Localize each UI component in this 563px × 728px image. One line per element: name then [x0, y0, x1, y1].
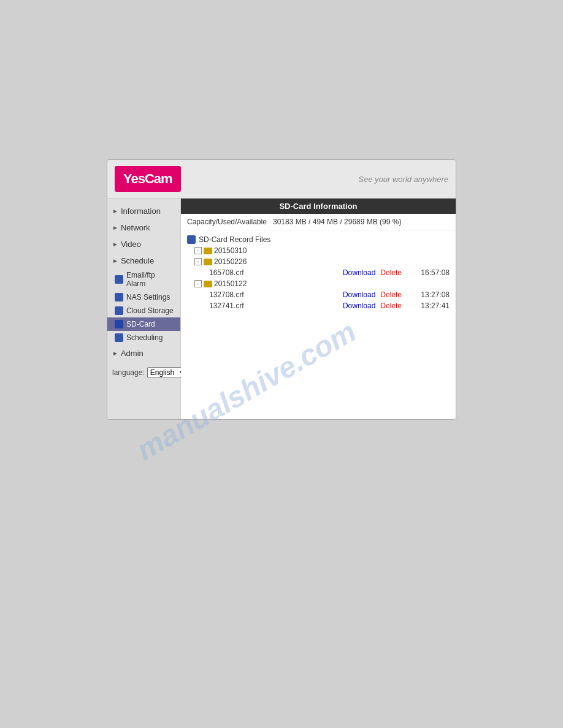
toggle-20150310[interactable]: -: [194, 247, 202, 254]
folder-label-20150226: 20150226: [214, 257, 247, 266]
icon-email-ftp: [115, 275, 123, 284]
toggle-20150122[interactable]: -: [194, 280, 202, 287]
sd-record-icon: [187, 235, 196, 244]
file-row-132741: 132741.crf Download Delete 13:27:41: [187, 300, 450, 311]
sidebar-section-schedule: ► Schedule Email/ftp Alarm NAS Settings: [107, 253, 180, 344]
sidebar-section-network: ► Network: [107, 220, 180, 235]
time-165708: 16:57:08: [407, 268, 450, 277]
sidebar-sub-scheduling[interactable]: Scheduling: [107, 331, 180, 344]
page-title: SD-Card Information: [181, 199, 456, 214]
arrow-icon-video: ►: [112, 241, 118, 248]
delete-132708[interactable]: Delete: [380, 290, 402, 299]
capacity-value: 30183 MB / 494 MB / 29689 MB (99 %): [273, 218, 401, 226]
sidebar-label-information: Information: [121, 207, 161, 216]
time-132708: 13:27:08: [407, 290, 450, 299]
download-132741[interactable]: Download: [343, 301, 375, 310]
icon-nas: [115, 293, 123, 301]
folder-icon-20150226: [204, 259, 212, 265]
sidebar-item-admin[interactable]: ► Admin: [107, 346, 180, 361]
arrow-icon-schedule: ►: [112, 257, 118, 264]
sidebar-sub-label-cloud: Cloud Storage: [126, 306, 174, 315]
sidebar-item-information[interactable]: ► Information: [107, 203, 180, 219]
language-row: language: English Chinese German French …: [107, 362, 180, 383]
folder-20150310: - 20150310: [187, 245, 450, 256]
arrow-icon-information: ►: [112, 208, 118, 214]
logo: YesCam: [115, 166, 181, 192]
file-row-165708: 165708.crf Download Delete 16:57:08: [187, 267, 450, 278]
sidebar-item-network[interactable]: ► Network: [107, 220, 180, 235]
sidebar-section-admin: ► Admin: [107, 346, 180, 361]
file-row-132708: 132708.crf Download Delete 13:27:08: [187, 289, 450, 300]
file-name-132708: 132708.crf: [209, 290, 270, 299]
icon-cloud: [115, 306, 123, 315]
sidebar-sub-label-nas: NAS Settings: [126, 293, 170, 301]
header-slogan: See your world anywhere: [358, 175, 448, 184]
file-tree: SD-Card Record Files - 20150310 -: [181, 230, 456, 315]
sidebar-section-video: ► Video: [107, 237, 180, 252]
file-actions-165708: Download Delete 16:57:08: [343, 268, 450, 277]
sidebar-label-video: Video: [121, 240, 141, 249]
arrow-icon-admin: ►: [112, 350, 118, 357]
sidebar-label-admin: Admin: [121, 349, 144, 358]
time-132741: 13:27:41: [407, 301, 450, 310]
sd-record-files-title: SD-Card Record Files: [187, 234, 450, 245]
sidebar-sub-email-ftp-alarm[interactable]: Email/ftp Alarm: [107, 268, 180, 290]
download-132708[interactable]: Download: [343, 290, 375, 299]
folder-icon-20150310: [204, 248, 212, 254]
sidebar-sub-label-sdcard: SD-Card: [126, 320, 155, 328]
logo-cam: Cam: [145, 171, 172, 186]
sd-record-files-label: SD-Card Record Files: [199, 235, 270, 244]
file-actions-132708: Download Delete 13:27:08: [343, 290, 450, 299]
sidebar-sub-label-email: Email/ftp Alarm: [126, 271, 175, 288]
delete-165708[interactable]: Delete: [380, 268, 402, 277]
sidebar-label-schedule: Schedule: [121, 256, 154, 265]
file-actions-132741: Download Delete 13:27:41: [343, 301, 450, 310]
sidebar-section-information: ► Information: [107, 203, 180, 219]
download-165708[interactable]: Download: [343, 268, 375, 277]
content-area: SD-Card Information Capacity/Used/Availa…: [181, 199, 456, 419]
folder-icon-20150122: [204, 281, 212, 287]
sidebar-sub-label-scheduling: Scheduling: [126, 333, 163, 342]
logo-yes: Yes: [123, 171, 145, 186]
sidebar-label-network: Network: [121, 223, 150, 232]
file-name-165708: 165708.crf: [209, 268, 270, 277]
icon-scheduling: [115, 333, 123, 342]
folder-20150122: - 20150122: [187, 278, 450, 289]
main-window: YesCam See your world anywhere ► Informa…: [107, 159, 456, 420]
capacity-row: Capacity/Used/Available 30183 MB / 494 M…: [181, 214, 456, 230]
folder-label-20150122: 20150122: [214, 279, 247, 288]
icon-sdcard: [115, 320, 123, 328]
arrow-icon-network: ►: [112, 224, 118, 231]
main-layout: ► Information ► Network ► Video: [107, 199, 456, 419]
sidebar-sub-nas-settings[interactable]: NAS Settings: [107, 290, 180, 304]
capacity-label: Capacity/Used/Available: [187, 218, 273, 226]
folder-label-20150310: 20150310: [214, 246, 247, 255]
header: YesCam See your world anywhere: [107, 160, 456, 199]
file-name-132741: 132741.crf: [209, 301, 270, 310]
sidebar-sub-sd-card[interactable]: SD-Card: [107, 317, 180, 331]
sidebar-item-schedule[interactable]: ► Schedule: [107, 253, 180, 268]
sidebar-item-video[interactable]: ► Video: [107, 237, 180, 252]
delete-132741[interactable]: Delete: [380, 301, 402, 310]
language-label: language:: [112, 368, 145, 377]
folder-20150226: - 20150226: [187, 256, 450, 267]
toggle-20150226[interactable]: -: [194, 258, 202, 265]
sidebar: ► Information ► Network ► Video: [107, 199, 181, 419]
sidebar-sub-cloud-storage[interactable]: Cloud Storage: [107, 304, 180, 317]
